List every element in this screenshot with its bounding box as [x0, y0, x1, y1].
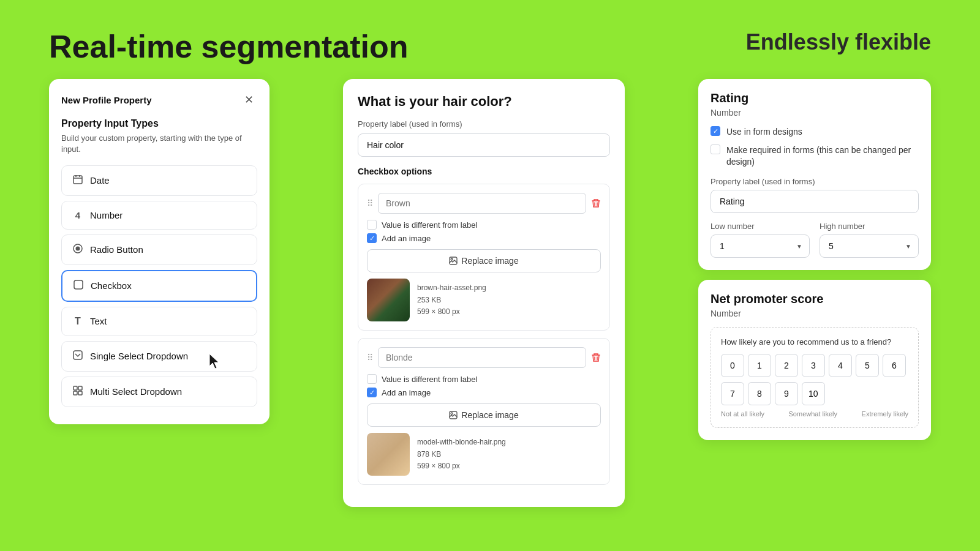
nps-num-7[interactable]: 7 [721, 382, 744, 405]
nps-labels: Not at all likely Somewhat likely Extrem… [721, 410, 908, 418]
option-input-blonde[interactable] [378, 347, 586, 368]
checkbox-options-label: Checkbox options [358, 167, 610, 176]
date-icon [72, 174, 84, 187]
low-number-select[interactable]: 1 0 [710, 234, 810, 258]
value-diff-label-brown: Value is different from label [382, 220, 477, 230]
value-diff-label-blonde: Value is different from label [382, 375, 477, 384]
nps-question-text: How likely are you to recommend us to a … [721, 337, 908, 347]
replace-image-label-blonde: Replace image [461, 410, 518, 420]
svg-rect-8 [74, 386, 77, 390]
nps-num-0[interactable]: 0 [721, 354, 744, 377]
checkbox-option-blonde: ⠿ Value is different from label Add an i… [358, 338, 610, 485]
middle-panel: What is your hair color? Property label … [343, 79, 625, 507]
nps-question-block: How likely are you to recommend us to a … [710, 327, 919, 428]
svg-rect-0 [74, 176, 82, 184]
svg-rect-7 [74, 351, 82, 359]
use-in-form-checkbox[interactable] [710, 126, 720, 136]
image-info-blonde: model-with-blonde-hair.png 878 KB 599 × … [417, 437, 506, 472]
page-subtitle: Endlessly flexible [746, 29, 931, 55]
make-required-checkbox[interactable] [710, 144, 720, 154]
prop-label-input[interactable] [710, 190, 919, 213]
prop-label-title: Property label (used in forms) [710, 177, 919, 186]
section-title: Property Input Types [61, 118, 257, 129]
nps-num-9[interactable]: 9 [775, 382, 798, 405]
nps-num-8[interactable]: 8 [748, 382, 771, 405]
single-select-icon [72, 350, 84, 362]
form-heading: What is your hair color? [358, 94, 610, 110]
checkbox-label: Checkbox [91, 280, 132, 291]
radio-icon [72, 244, 84, 256]
single-select-label: Single Select Dropdown [90, 351, 188, 361]
property-item-single-select[interactable]: Single Select Dropdown [61, 341, 257, 372]
nps-card: Net promoter score Number How likely are… [698, 280, 931, 440]
nps-num-1[interactable]: 1 [748, 354, 771, 377]
nps-num-3[interactable]: 3 [802, 354, 825, 377]
svg-point-5 [76, 246, 80, 250]
nps-num-10[interactable]: 10 [802, 382, 825, 405]
svg-rect-6 [74, 280, 83, 289]
replace-image-label-brown: Replace image [461, 256, 518, 266]
left-panel-header: New Profile Property ✕ [61, 91, 257, 108]
panels-container: New Profile Property ✕ Property Input Ty… [0, 79, 980, 507]
image-preview-brown: brown-hair-asset.png 253 KB 599 × 800 px [367, 279, 601, 321]
nps-card-title: Net promoter score [710, 292, 919, 306]
svg-point-15 [451, 413, 453, 414]
svg-rect-14 [450, 411, 457, 419]
rating-card: Rating Number Use in form designs Make r… [698, 79, 931, 270]
value-diff-checkbox-brown[interactable] [367, 220, 377, 230]
value-diff-checkbox-blonde[interactable] [367, 374, 377, 384]
high-number-group: High number 5 10 [820, 222, 919, 258]
nps-num-2[interactable]: 2 [775, 354, 798, 377]
nps-label-right: Extremely likely [862, 410, 908, 418]
svg-rect-9 [78, 386, 82, 390]
add-image-checkbox-blonde[interactable] [367, 388, 377, 397]
make-required-label: Make required in forms (this can be chan… [726, 144, 919, 168]
delete-brown-button[interactable] [591, 198, 601, 208]
low-number-label: Low number [710, 222, 810, 231]
add-image-row-blonde: Add an image [367, 388, 601, 397]
add-image-label-blonde: Add an image [382, 388, 431, 397]
value-diff-row-brown: Value is different from label [367, 220, 601, 230]
svg-rect-10 [74, 391, 77, 395]
svg-rect-11 [78, 391, 82, 395]
close-button[interactable]: ✕ [240, 91, 257, 108]
nps-num-5[interactable]: 5 [856, 354, 879, 377]
use-in-form-label: Use in form designs [726, 126, 802, 138]
low-number-group: Low number 1 0 [710, 222, 810, 258]
number-range-row: Low number 1 0 High number 5 10 [710, 222, 919, 258]
date-label: Date [90, 175, 110, 186]
delete-blonde-button[interactable] [591, 353, 601, 362]
replace-image-button-brown[interactable]: Replace image [367, 249, 601, 272]
cursor [207, 353, 222, 373]
add-image-label-brown: Add an image [382, 234, 431, 243]
property-item-multi-select[interactable]: Multi Select Dropdown [61, 377, 257, 407]
property-label-input[interactable] [358, 133, 610, 157]
drag-handle-brown[interactable]: ⠿ [367, 198, 373, 208]
property-item-date[interactable]: Date [61, 165, 257, 196]
panel-description: Build your custom property, starting wit… [61, 133, 257, 155]
page-title: Real-time segmentation [49, 29, 409, 64]
replace-image-button-blonde[interactable]: Replace image [367, 403, 601, 427]
property-item-radio[interactable]: Radio Button [61, 234, 257, 265]
checkbox-icon [72, 280, 85, 292]
image-info-brown: brown-hair-asset.png 253 KB 599 × 800 px [417, 282, 486, 318]
nps-num-4[interactable]: 4 [829, 354, 852, 377]
property-item-text[interactable]: T Text [61, 307, 257, 336]
option-input-brown[interactable] [378, 193, 586, 214]
value-diff-row-blonde: Value is different from label [367, 374, 601, 384]
page-header: Real-time segmentation Endlessly flexibl… [0, 0, 980, 79]
high-number-select[interactable]: 5 10 [820, 234, 919, 258]
nps-label-left: Not at all likely [721, 410, 764, 418]
property-item-checkbox[interactable]: Checkbox [61, 270, 257, 302]
add-image-row-brown: Add an image [367, 233, 601, 243]
nps-numbers-row2: 7 8 9 10 [721, 382, 908, 405]
svg-rect-12 [450, 257, 457, 264]
checkbox-option-brown: ⠿ Value is different from label Add an i… [358, 184, 610, 331]
nps-num-6[interactable]: 6 [883, 354, 906, 377]
property-item-number[interactable]: 4 Number [61, 201, 257, 230]
hair-blonde-thumbnail [367, 433, 410, 476]
add-image-checkbox-brown[interactable] [367, 233, 377, 243]
drag-handle-blonde[interactable]: ⠿ [367, 353, 373, 362]
multi-select-icon [72, 386, 84, 398]
option-row-blonde: ⠿ [367, 347, 601, 368]
